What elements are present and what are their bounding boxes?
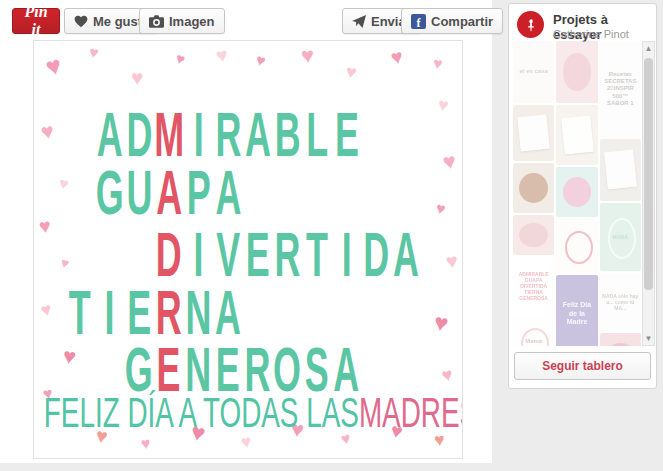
thumbnail-caption: Recetas SECRETAS 2≡INSPIR 500™ SABOR 1 — [602, 43, 639, 135]
circle-decoration — [563, 53, 592, 90]
heart-icon: ♥ — [214, 44, 229, 66]
heart-icon: ♥ — [88, 44, 100, 61]
board-owner: Catherine Pinot — [553, 28, 629, 40]
board-pin-thumbnail[interactable] — [600, 333, 641, 346]
thumbnail-caption: NADA sólo hay u... como tú MA... — [602, 275, 639, 329]
thumbnail-caption: Mamá — [515, 319, 552, 346]
heart-icon: ♥ — [43, 51, 65, 80]
thumbnail-caption: ADMIRABLE GUAPA DIVERTIDA TIERNA GENEROS… — [515, 259, 552, 313]
circle-decoration — [519, 223, 548, 247]
heart-icon — [74, 15, 88, 28]
heart-icon: ♥ — [445, 250, 460, 271]
paper-plane-icon — [352, 15, 366, 28]
board-pin-thumbnail[interactable]: NADA sólo hay u... como tú MA... — [600, 273, 641, 331]
board-pin-thumbnail[interactable]: ADMIRABLE GUAPA DIVERTIDA TIERNA GENEROS… — [513, 257, 554, 315]
thumbnail-column: el es casaADMIRABLE GUAPA DIVERTIDA TIER… — [513, 41, 554, 346]
card-decoration — [561, 116, 594, 155]
image-icon — [149, 15, 164, 28]
feliz-line-segment: MADRES — [359, 391, 463, 434]
board-pin-thumbnail[interactable] — [556, 167, 597, 217]
heart-icon: ♥ — [440, 365, 454, 385]
card-decoration — [604, 150, 637, 190]
heart-icon: ♥ — [432, 310, 450, 336]
board-pin-thumbnail[interactable]: Recetas SECRETAS 2≡INSPIR 500™ SABOR 1 — [600, 41, 641, 137]
board-pin-thumbnail[interactable] — [513, 105, 554, 161]
heart-icon: ♥ — [131, 67, 143, 88]
heart-icon: ♥ — [174, 50, 187, 67]
board-thumbnail-grid: el es casaADMIRABLE GUAPA DIVERTIDA TIER… — [513, 41, 641, 346]
follow-board-label: Seguir tablero — [542, 359, 623, 373]
thumbnail-caption: MAMÁ — [602, 205, 639, 269]
pinterest-pin-icon — [517, 11, 544, 38]
card-decoration — [518, 115, 550, 151]
pin-image[interactable]: ♥♥♥♥♥♥♥♥♥♥♥♥♥♥♥♥♥♥♥♥♥♥♥♥♥♥♥♥♥♥♥ ADMIRABL… — [33, 40, 463, 459]
sidebar-scrollbar[interactable]: ▲ ▼ — [642, 41, 655, 346]
heart-icon: ♥ — [62, 345, 78, 369]
board-pin-thumbnail[interactable] — [556, 105, 597, 165]
acrostic-word: ADMIRABLE — [95, 103, 362, 165]
board-pin-thumbnail[interactable]: el es casa — [513, 41, 554, 103]
acrostic-word: DIVERTIDA — [154, 223, 421, 285]
feliz-line-segment: FELIZ DÍA A TODAS LAS — [44, 391, 359, 434]
scrollbar-thumb[interactable] — [644, 58, 653, 290]
share-label: Compartir — [431, 14, 493, 29]
heart-icon: ♥ — [140, 435, 152, 452]
heart-icon: ♥ — [389, 46, 405, 68]
board-pin-thumbnail[interactable] — [513, 215, 554, 255]
acrostic-word: GUAPA — [95, 161, 243, 223]
pin-it-label: Pin it — [22, 3, 50, 39]
heart-icon: ♥ — [432, 55, 444, 72]
circle-decoration — [606, 343, 635, 346]
heart-icon: ♥ — [441, 150, 458, 174]
heart-icon: ♥ — [59, 255, 71, 271]
heart-icon: ♥ — [57, 175, 70, 193]
image-button[interactable]: Imagen — [139, 8, 225, 34]
feliz-line: FELIZ DÍA A TODAS LAS MADRES — [91, 391, 430, 434]
image-label: Imagen — [169, 14, 215, 29]
heart-icon: ♥ — [38, 215, 53, 236]
board-pin-thumbnail[interactable] — [600, 139, 641, 201]
ring-decoration — [565, 231, 593, 264]
heart-icon: ♥ — [434, 200, 447, 218]
thumbnail-column: Recetas SECRETAS 2≡INSPIR 500™ SABOR 1MA… — [600, 41, 641, 346]
pin-it-button[interactable]: Pin it — [12, 8, 60, 34]
heart-icon: ♥ — [39, 300, 54, 320]
heart-icon: ♥ — [300, 44, 315, 67]
thumbnail-column: Feliz Día de la MadreFeliz Dia Mamá — [556, 41, 597, 346]
board-sidebar: Projets à essayer Catherine Pinot el es … — [508, 3, 657, 389]
thumbnail-caption: Feliz Día de la Madre — [558, 277, 595, 346]
board-pin-thumbnail[interactable] — [513, 163, 554, 213]
heart-icon: ♥ — [39, 120, 56, 144]
heart-icon: ♥ — [345, 62, 359, 82]
circle-decoration — [519, 173, 548, 203]
thumbnail-caption: el es casa — [515, 43, 552, 101]
facebook-icon: f — [411, 14, 426, 29]
board-pin-thumbnail[interactable] — [556, 41, 597, 103]
scroll-up-icon[interactable]: ▲ — [643, 44, 654, 53]
board-pin-thumbnail[interactable]: Feliz Día de la Madre — [556, 275, 597, 346]
board-pin-thumbnail[interactable] — [556, 219, 597, 273]
scroll-down-icon[interactable]: ▼ — [643, 334, 654, 343]
share-button[interactable]: f Compartir — [401, 8, 503, 34]
heart-icon: ♥ — [254, 52, 267, 70]
board-pin-thumbnail[interactable]: Mamá — [513, 317, 554, 346]
follow-board-button[interactable]: Seguir tablero — [514, 352, 651, 380]
heart-icon: ♥ — [437, 95, 451, 115]
circle-decoration — [563, 177, 592, 207]
board-pin-thumbnail[interactable]: MAMÁ — [600, 203, 641, 271]
